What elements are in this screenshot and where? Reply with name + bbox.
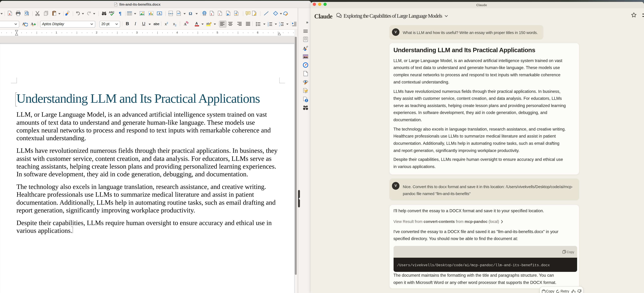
- svg-text:A: A: [195, 22, 198, 26]
- svg-text:1: 1: [211, 13, 212, 16]
- svg-text:3.: 3.: [268, 24, 269, 26]
- svg-text:A: A: [158, 12, 160, 15]
- svg-text:¶: ¶: [119, 11, 121, 16]
- svg-text:ab: ab: [206, 22, 210, 25]
- svg-text:2.: 2.: [279, 24, 280, 26]
- svg-text:A: A: [9, 13, 10, 16]
- svg-text:A: A: [184, 22, 186, 26]
- svg-text:Ω: Ω: [188, 11, 192, 16]
- svg-text:i: i: [219, 13, 220, 16]
